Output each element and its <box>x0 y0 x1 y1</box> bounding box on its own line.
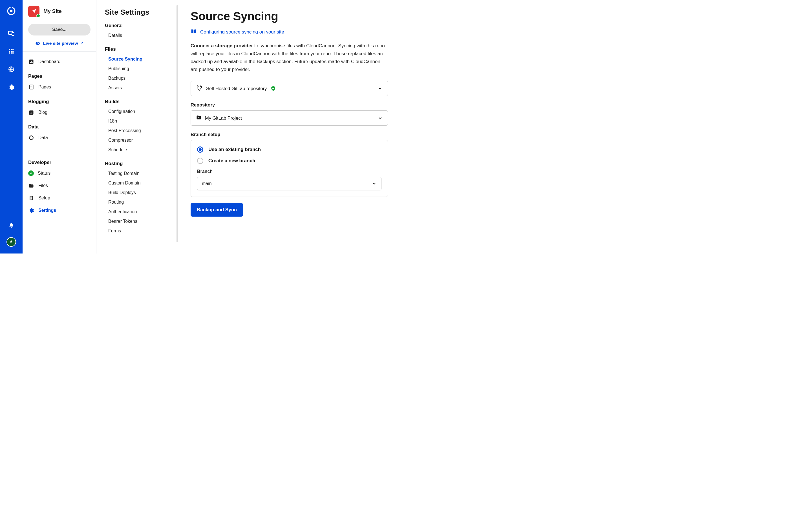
description-bold: Connect a storage provider <box>191 43 253 48</box>
settings-item-forms[interactable]: Forms <box>105 226 170 236</box>
radio-create-label: Create a new branch <box>208 158 255 164</box>
settings-item-assets[interactable]: Assets <box>105 83 170 93</box>
settings-group-general: General <box>105 23 170 29</box>
svg-rect-10 <box>12 51 13 52</box>
settings-item-routing[interactable]: Routing <box>105 198 170 207</box>
folder-icon <box>28 183 35 188</box>
settings-item-authentication[interactable]: Authentication <box>105 207 170 217</box>
rail-settings-icon[interactable] <box>6 82 17 93</box>
settings-item-compressor[interactable]: Compressor <box>105 135 170 145</box>
svg-rect-5 <box>9 49 10 50</box>
nav-group-developer: Developer <box>28 154 91 167</box>
doc-link-row: Configuring source syncing on your site <box>191 28 390 36</box>
settings-item-source-syncing[interactable]: Source Syncing <box>105 54 170 64</box>
settings-group-hosting: Hosting <box>105 161 170 166</box>
nav-status[interactable]: Status <box>28 167 91 179</box>
settings-item-schedule[interactable]: Schedule <box>105 145 170 155</box>
nav-pages-label: Pages <box>38 84 51 90</box>
site-name: My Site <box>43 8 62 14</box>
settings-item-configuration[interactable]: Configuration <box>105 107 170 116</box>
settings-item-custom-domain[interactable]: Custom Domain <box>105 178 170 188</box>
svg-rect-18 <box>31 61 32 63</box>
live-preview-label: Live site preview <box>43 41 78 46</box>
brand-logo-icon <box>6 6 16 17</box>
nav-files[interactable]: Files <box>28 179 91 192</box>
svg-rect-7 <box>12 49 13 50</box>
branch-select[interactable]: main <box>197 177 382 190</box>
svg-rect-2 <box>11 6 12 9</box>
settings-column: Site Settings General Details Files Sour… <box>96 0 178 253</box>
nav-settings[interactable]: Settings <box>28 204 91 217</box>
repository-select[interactable]: My GitLab Project <box>191 110 388 126</box>
nav-data-label: Data <box>38 135 48 140</box>
page-title: Source Syncing <box>191 10 390 23</box>
gitlab-icon <box>196 84 203 93</box>
svg-rect-8 <box>9 51 10 52</box>
settings-group-files: Files <box>105 47 170 52</box>
data-icon <box>28 135 35 140</box>
settings-item-i18n[interactable]: I18n <box>105 116 170 126</box>
settings-item-build-deploys[interactable]: Build Deploys <box>105 188 170 198</box>
doc-link[interactable]: Configuring source syncing on your site <box>200 29 284 35</box>
settings-item-bearer-tokens[interactable]: Bearer Tokens <box>105 217 170 226</box>
nav-blog-label: Blog <box>38 110 47 115</box>
settings-item-publishing[interactable]: Publishing <box>105 64 170 73</box>
nav-dashboard[interactable]: Dashboard <box>28 55 91 68</box>
settings-title: Site Settings <box>105 8 170 17</box>
radio-icon <box>197 158 203 164</box>
nav-files-label: Files <box>38 183 48 188</box>
svg-rect-9 <box>11 51 12 52</box>
svg-rect-12 <box>11 52 12 54</box>
verified-shield-icon <box>270 86 276 91</box>
svg-point-15 <box>38 43 38 44</box>
rail-bell-icon[interactable] <box>6 221 16 230</box>
svg-rect-11 <box>9 52 10 54</box>
radio-create-branch[interactable]: Create a new branch <box>197 158 382 164</box>
settings-item-backups[interactable]: Backups <box>105 73 170 83</box>
app-rail <box>0 0 22 253</box>
main-content: Source Syncing Configuring source syncin… <box>178 0 406 253</box>
branch-setup-card: Use an existing branch Create a new bran… <box>191 140 388 197</box>
radio-icon <box>197 147 203 153</box>
nav-setup[interactable]: Setup <box>28 192 91 204</box>
site-nav: My Site Save... Live site preview Dashbo… <box>22 0 96 253</box>
svg-rect-21 <box>29 111 33 114</box>
rail-devices-icon[interactable] <box>6 27 17 39</box>
nav-pages[interactable]: Pages <box>28 81 91 93</box>
backup-and-sync-button[interactable]: Backup and Sync <box>191 203 243 217</box>
clipboard-icon <box>28 195 35 201</box>
repository-value: My GitLab Project <box>205 115 242 121</box>
rail-apps-icon[interactable] <box>6 46 17 57</box>
rail-globe-icon[interactable] <box>6 64 17 75</box>
nav-settings-label: Settings <box>38 208 56 213</box>
site-logo-icon <box>28 6 40 17</box>
nav-dashboard-label: Dashboard <box>38 59 60 64</box>
live-preview-link[interactable]: Live site preview <box>28 41 91 46</box>
nav-setup-label: Setup <box>38 195 50 201</box>
site-status-dot-icon <box>36 14 40 18</box>
folder-star-icon <box>196 115 202 121</box>
chevron-down-icon <box>377 115 383 121</box>
description: Connect a storage provider to synchronis… <box>191 42 388 73</box>
page-icon <box>28 84 35 90</box>
nav-blog[interactable]: Blog <box>28 106 91 119</box>
settings-item-testing-domain[interactable]: Testing Domain <box>105 169 170 178</box>
radio-existing-branch[interactable]: Use an existing branch <box>197 147 382 153</box>
chevron-down-icon <box>371 181 377 186</box>
rail-status-badge-icon[interactable] <box>6 237 16 247</box>
svg-rect-13 <box>12 52 13 54</box>
provider-select[interactable]: Self Hosted GitLab repository <box>191 81 388 96</box>
svg-point-1 <box>10 10 12 12</box>
radio-existing-label: Use an existing branch <box>208 147 261 152</box>
nav-group-data: Data <box>28 119 91 131</box>
settings-group-builds: Builds <box>105 99 170 105</box>
settings-item-details[interactable]: Details <box>105 31 170 40</box>
dashboard-icon <box>28 59 35 64</box>
settings-item-post-processing[interactable]: Post Processing <box>105 126 170 135</box>
nav-data[interactable]: Data <box>28 131 91 144</box>
svg-rect-24 <box>31 196 32 196</box>
status-ok-icon <box>28 170 34 176</box>
save-button[interactable]: Save... <box>28 24 91 36</box>
svg-rect-19 <box>32 62 33 63</box>
docs-icon <box>191 28 197 36</box>
